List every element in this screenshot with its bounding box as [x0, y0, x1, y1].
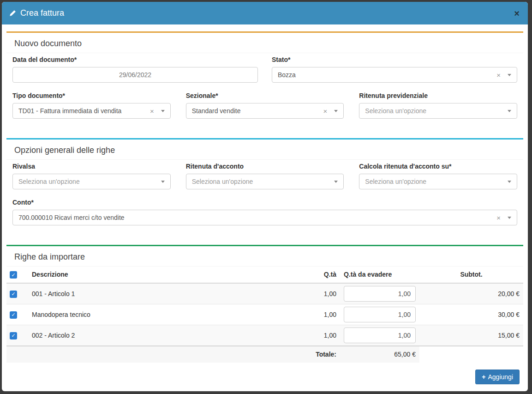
row-checkbox[interactable]: ✓	[10, 291, 17, 298]
chevron-down-icon	[334, 110, 338, 112]
calcola-ritenuta-label: Calcola ritenuta d'acconto su*	[359, 162, 517, 171]
section-opzioni-righe: Opzioni generali delle righe Rivalsa Sel…	[6, 138, 523, 233]
data-documento-label: Data del documento*	[12, 55, 258, 64]
crea-fattura-modal: Crea fattura × Nuovo documento Data del …	[2, 2, 528, 391]
modal-title: Crea fattura	[20, 8, 64, 18]
ritenuta-acconto-select[interactable]: Seleziona un'opzione	[186, 174, 344, 189]
table-row: ✓ Manodopera tecnico 1,00 30,00 €	[6, 304, 523, 325]
section-title-nuovo-documento: Nuovo documento	[6, 33, 523, 53]
table-row: ✓ 002 - Articolo 2 1,00 15,00 €	[6, 325, 523, 346]
field-calcola-ritenuta: Calcola ritenuta d'acconto su* Seleziona…	[359, 162, 517, 189]
row-checkbox[interactable]: ✓	[10, 311, 17, 319]
tipo-documento-select[interactable]: TD01 - Fattura immediata di vendita ×	[12, 103, 171, 119]
check-icon: ✓	[11, 333, 15, 338]
row-subtot: 20,00 €	[419, 283, 523, 304]
qta-evadere-input[interactable]	[344, 327, 416, 343]
chevron-down-icon	[508, 217, 511, 219]
section-righe-importare: Righe da importare ✓ Descrizione	[6, 245, 523, 363]
field-sezionale: Sezionale* Standard vendite ×	[186, 91, 344, 119]
conto-select[interactable]: 700.000010 Ricavi merci c/to vendite ×	[12, 210, 517, 225]
row-qta: 1,00	[308, 325, 340, 346]
modal-body: Nuovo documento Data del documento* Stat…	[2, 24, 528, 391]
clear-icon[interactable]: ×	[150, 108, 154, 115]
section-body-opzioni-righe: Rivalsa Seleziona un'opzione Ritenuta d'…	[6, 160, 523, 233]
field-tipo-documento: Tipo documento* TD01 - Fattura immediata…	[12, 91, 171, 119]
section-title-opzioni-righe: Opzioni generali delle righe	[6, 139, 523, 160]
conto-label: Conto*	[12, 198, 517, 207]
table-total-row: Totale: 65,00 €	[6, 346, 523, 363]
stato-value: Bozza	[278, 71, 493, 79]
close-icon[interactable]: ×	[513, 9, 520, 18]
chevron-down-icon	[508, 181, 511, 183]
check-icon: ✓	[11, 312, 15, 317]
ritenuta-previdenziale-select[interactable]: Seleziona un'opzione	[359, 103, 517, 119]
ritenuta-acconto-label: Ritenuta d'acconto	[186, 162, 344, 171]
sezionale-select[interactable]: Standard vendite ×	[186, 103, 344, 119]
aggiungi-button[interactable]: +Aggiungi	[475, 370, 520, 384]
rivalsa-label: Rivalsa	[12, 162, 171, 171]
chevron-down-icon	[161, 110, 165, 112]
tipo-documento-value: TD01 - Fattura immediata di vendita	[18, 107, 146, 115]
row-qta: 1,00	[308, 283, 340, 304]
clear-icon[interactable]: ×	[496, 214, 501, 221]
field-stato: Stato* Bozza ×	[272, 55, 517, 83]
section-title-righe-importare: Righe da importare	[6, 246, 523, 267]
pencil-icon	[9, 10, 16, 17]
row-subtot: 15,00 €	[419, 325, 523, 346]
field-conto: Conto* 700.000010 Ricavi merci c/to vend…	[12, 198, 517, 225]
sezionale-label: Sezionale*	[186, 91, 344, 100]
qta-evadere-input[interactable]	[344, 307, 416, 322]
select-all-checkbox[interactable]: ✓	[10, 271, 17, 279]
chevron-down-icon	[161, 181, 165, 183]
total-value: 65,00 €	[340, 346, 419, 363]
col-header-qta-evadere: Q.tà da evadere	[340, 267, 419, 283]
sezionale-value: Standard vendite	[192, 107, 320, 115]
ritenuta-previdenziale-placeholder: Seleziona un'opzione	[365, 107, 508, 115]
modal-header: Crea fattura ×	[2, 2, 528, 24]
tipo-documento-label: Tipo documento*	[12, 91, 171, 100]
clear-icon[interactable]: ×	[496, 72, 501, 79]
col-header-subtot: Subtot.	[419, 267, 523, 283]
table-row: ✓ 001 - Articolo 1 1,00 20,00 €	[6, 283, 523, 304]
aggiungi-label: Aggiungi	[488, 373, 514, 381]
check-icon: ✓	[11, 291, 15, 297]
field-ritenuta-previdenziale: Ritenuta previdenziale Seleziona un'opzi…	[359, 91, 517, 119]
check-icon: ✓	[11, 273, 15, 278]
modal-actions: +Aggiungi	[6, 363, 523, 388]
stato-label: Stato*	[272, 55, 517, 64]
field-ritenuta-acconto: Ritenuta d'acconto Seleziona un'opzione	[186, 162, 344, 189]
conto-value: 700.000010 Ricavi merci c/to vendite	[18, 214, 493, 221]
stato-select[interactable]: Bozza ×	[272, 67, 517, 83]
section-body-nuovo-documento: Data del documento* Stato* Bozza ×	[6, 53, 523, 126]
row-descrizione: 002 - Articolo 2	[28, 325, 308, 346]
col-header-descrizione: Descrizione	[28, 267, 308, 283]
chevron-down-icon	[334, 181, 338, 183]
field-data-documento: Data del documento*	[12, 55, 258, 83]
plus-icon: +	[482, 373, 485, 381]
chevron-down-icon	[508, 74, 511, 76]
data-documento-input[interactable]	[12, 67, 258, 83]
righe-table: ✓ Descrizione Q.tà Q.tà da evadere Subto…	[6, 267, 523, 363]
modal-backdrop: Crea fattura × Nuovo documento Data del …	[0, 0, 532, 394]
field-rivalsa: Rivalsa Seleziona un'opzione	[12, 162, 171, 189]
ritenuta-previdenziale-label: Ritenuta previdenziale	[359, 91, 517, 100]
table-header-row: ✓ Descrizione Q.tà Q.tà da evadere Subto…	[6, 267, 523, 283]
rivalsa-select[interactable]: Seleziona un'opzione	[12, 174, 171, 189]
row-checkbox[interactable]: ✓	[10, 332, 17, 339]
row-descrizione: 001 - Articolo 1	[28, 283, 308, 304]
ritenuta-acconto-placeholder: Seleziona un'opzione	[192, 178, 335, 185]
calcola-ritenuta-placeholder: Seleziona un'opzione	[365, 178, 508, 185]
row-descrizione: Manodopera tecnico	[28, 304, 308, 325]
chevron-down-icon	[508, 110, 511, 112]
col-header-qta: Q.tà	[308, 267, 340, 283]
row-subtot: 30,00 €	[419, 304, 523, 325]
row-qta: 1,00	[308, 304, 340, 325]
total-label: Totale:	[6, 346, 340, 363]
qta-evadere-input[interactable]	[344, 286, 416, 302]
clear-icon[interactable]: ×	[323, 108, 328, 115]
rivalsa-placeholder: Seleziona un'opzione	[18, 178, 161, 185]
section-nuovo-documento: Nuovo documento Data del documento* Stat…	[6, 31, 523, 126]
calcola-ritenuta-select[interactable]: Seleziona un'opzione	[359, 174, 517, 189]
